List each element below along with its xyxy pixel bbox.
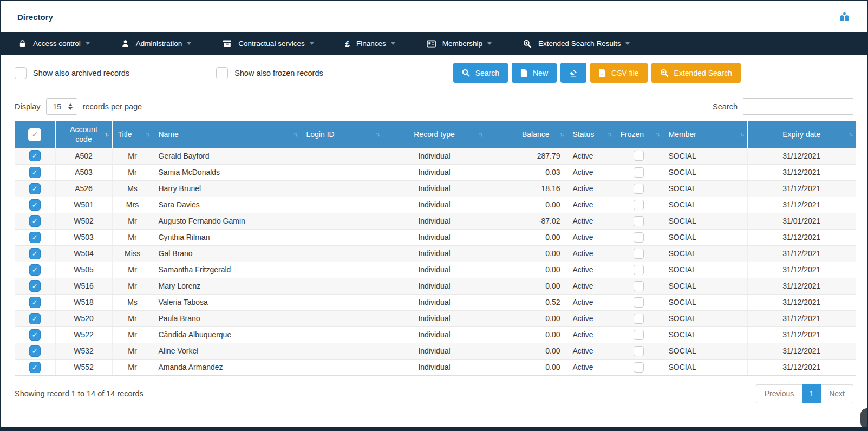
row-checkbox[interactable]: ✓ (29, 199, 41, 211)
table-row: ✓A503MrSamia McDonaldsIndividual0.03Acti… (15, 164, 856, 180)
previous-page-button[interactable]: Previous (756, 384, 802, 403)
table-footer: Showing record 1 to 14 of 14 records Pre… (1, 376, 867, 412)
lock-icon (18, 40, 27, 48)
select-all-checkbox[interactable]: ✓ (28, 128, 41, 141)
frozen-checkbox[interactable] (634, 249, 644, 259)
column-header-status[interactable]: Status↑↓ (567, 121, 615, 148)
frozen-checkbox[interactable] (634, 346, 644, 356)
frozen-checkbox[interactable] (634, 151, 644, 161)
nav-item-administration[interactable]: Administration (121, 40, 192, 48)
search-input[interactable] (743, 98, 853, 115)
row-checkbox[interactable]: ✓ (29, 297, 41, 308)
cell-frozen (615, 262, 663, 278)
frozen-checkbox[interactable] (634, 281, 644, 291)
column-header-member[interactable]: Member↑↓ (663, 121, 747, 148)
column-label: Status (573, 130, 595, 139)
row-checkbox[interactable]: ✓ (29, 264, 41, 276)
cell-title: Miss (112, 245, 153, 262)
frozen-checkbox[interactable] (634, 167, 644, 178)
row-select-cell: ✓ (15, 310, 55, 326)
svg-text:csv: csv (601, 73, 603, 75)
show-also-frozen-records-checkbox[interactable] (216, 67, 228, 79)
column-header-login-id[interactable]: Login ID↑↓ (301, 121, 383, 148)
checkbox-show-also-frozen-records[interactable]: Show also frozen records (216, 67, 323, 79)
row-checkbox[interactable]: ✓ (29, 345, 41, 357)
cell-login-id (301, 229, 383, 245)
cell-member: SOCIAL (663, 148, 747, 164)
next-page-button[interactable]: Next (821, 384, 853, 403)
cell-balance: -87.02 (486, 213, 567, 229)
table-row: ✓W552MrAmanda ArmandezIndividual0.00Acti… (15, 359, 856, 375)
cell-member: SOCIAL (663, 229, 747, 245)
nav-item-label: Access control (33, 40, 81, 48)
search-button[interactable]: Search (453, 63, 508, 83)
column-header-name[interactable]: Name↑↓ (153, 121, 301, 148)
page-size-select[interactable]: 15 (46, 98, 77, 115)
nav-item-contractual-services[interactable]: Contractual services (223, 40, 314, 48)
row-checkbox[interactable]: ✓ (29, 232, 41, 243)
frozen-checkbox[interactable] (634, 297, 644, 308)
csv-file-button[interactable]: csvCSV file (590, 63, 648, 83)
nav-item-finances[interactable]: £Finances (345, 40, 395, 48)
cell-login-id (301, 310, 383, 326)
cell-name: Sara Davies (153, 197, 301, 213)
cell-member: SOCIAL (663, 359, 747, 375)
frozen-checkbox[interactable] (634, 184, 644, 194)
search-plus-icon (523, 40, 532, 48)
frozen-checkbox[interactable] (634, 330, 644, 340)
cell-title: Mr (112, 326, 153, 343)
row-checkbox[interactable]: ✓ (29, 183, 41, 194)
column-label: Member (669, 130, 696, 139)
frozen-checkbox[interactable] (634, 232, 644, 243)
checkbox-show-also-archived-records[interactable]: Show also archived records (15, 67, 129, 79)
sort-arrows-icon: ↑↓ (740, 130, 743, 139)
cell-balance: 0.00 (486, 343, 567, 359)
cell-title: Mr (112, 262, 153, 278)
clipped-floating-widget[interactable] (860, 408, 867, 429)
column-header-expiry-date[interactable]: Expiry date↑↓ (747, 121, 856, 148)
column-header-balance[interactable]: Balance↑↓ (486, 121, 567, 148)
row-checkbox[interactable]: ✓ (29, 313, 41, 324)
frozen-checkbox[interactable] (634, 362, 644, 373)
sort-arrows-icon: ↑↓ (293, 130, 297, 139)
row-checkbox[interactable]: ✓ (29, 216, 41, 227)
page-1-button[interactable]: 1 (802, 384, 821, 403)
column-header-record-type[interactable]: Record type↑↓ (383, 121, 486, 148)
frozen-checkbox[interactable] (634, 265, 644, 275)
cell-account-code: W520 (55, 310, 112, 326)
column-header-account-code[interactable]: Account code↑↓ (55, 121, 112, 148)
reader-icon[interactable] (838, 10, 851, 23)
cell-status: Active (567, 294, 615, 310)
cell-member: SOCIAL (663, 180, 747, 197)
cell-account-code: A526 (55, 180, 112, 197)
column-header-frozen[interactable]: Frozen↑↓ (615, 121, 663, 148)
nav-item-access-control[interactable]: Access control (18, 40, 90, 48)
row-checkbox[interactable]: ✓ (29, 280, 41, 292)
frozen-checkbox[interactable] (634, 314, 644, 324)
chevron-down-icon (625, 42, 630, 45)
row-checkbox[interactable]: ✓ (29, 362, 41, 373)
cell-frozen (615, 180, 663, 197)
cell-record-type: Individual (383, 164, 486, 180)
show-also-archived-records-checkbox[interactable] (15, 67, 27, 79)
row-checkbox[interactable]: ✓ (29, 329, 41, 341)
cell-login-id (301, 180, 383, 197)
cell-login-id (301, 359, 383, 375)
extended-search-button[interactable]: Extended Search (651, 63, 741, 83)
column-header-title[interactable]: Title↑↓ (112, 121, 153, 148)
row-checkbox[interactable]: ✓ (29, 248, 41, 259)
archive-icon (223, 40, 232, 48)
nav-item-extended-search-results[interactable]: Extended Search Results (523, 40, 630, 48)
row-checkbox[interactable]: ✓ (29, 167, 41, 178)
row-checkbox[interactable]: ✓ (29, 150, 41, 161)
cell-title: Mr (112, 213, 153, 229)
cell-name: Gal Brano (153, 245, 301, 262)
frozen-checkbox[interactable] (634, 200, 644, 210)
new-button[interactable]: New (512, 63, 557, 83)
cell-frozen (615, 326, 663, 343)
cell-login-id (301, 278, 383, 294)
eraser-button[interactable] (560, 63, 586, 83)
cell-record-type: Individual (383, 229, 486, 245)
nav-item-membership[interactable]: Membership (427, 40, 492, 48)
frozen-checkbox[interactable] (634, 216, 644, 226)
